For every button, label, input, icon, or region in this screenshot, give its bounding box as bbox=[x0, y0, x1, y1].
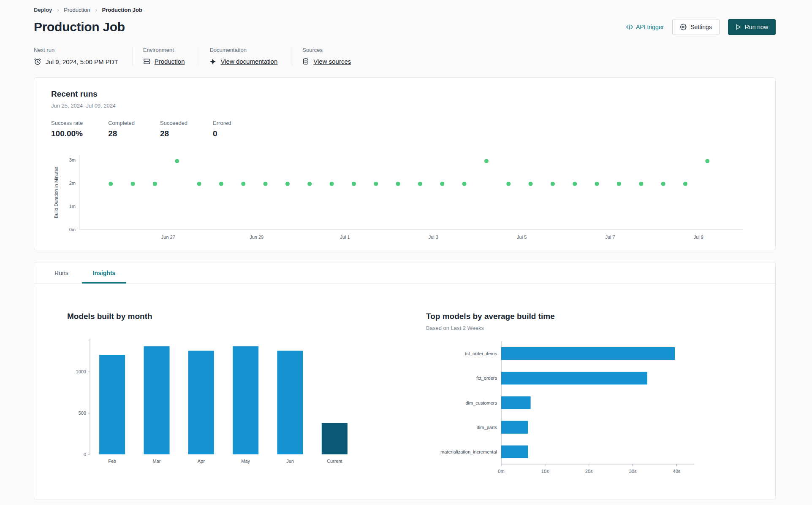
svg-text:Jun 27: Jun 27 bbox=[161, 235, 175, 240]
tab-runs[interactable]: Runs bbox=[43, 262, 79, 284]
header-actions: API trigger Settings Run now bbox=[626, 19, 776, 35]
settings-label: Settings bbox=[690, 24, 712, 30]
documentation-label: Documentation bbox=[209, 47, 277, 53]
svg-text:30s: 30s bbox=[629, 469, 637, 474]
insights-panel: Models built by month 05001000FebMarAprM… bbox=[34, 284, 775, 500]
svg-text:fct_orders: fct_orders bbox=[476, 375, 497, 381]
svg-text:Jul 5: Jul 5 bbox=[517, 235, 527, 240]
svg-text:Jul 3: Jul 3 bbox=[429, 235, 438, 240]
next-run-label: Next run bbox=[34, 47, 118, 53]
chevron-right-icon: › bbox=[57, 7, 59, 13]
next-run-value: Jul 9, 2024, 5:00 PM PDT bbox=[46, 58, 118, 65]
run-now-label: Run now bbox=[745, 24, 768, 30]
page: Deploy › Production › Production Job Pro… bbox=[0, 0, 812, 500]
breadcrumb-deploy[interactable]: Deploy bbox=[34, 7, 52, 13]
svg-text:Apr: Apr bbox=[198, 459, 205, 464]
recent-runs-title: Recent runs bbox=[51, 89, 758, 99]
stat-value: 28 bbox=[160, 129, 187, 138]
title-row: Production Job API trigger Settings Run … bbox=[34, 19, 776, 35]
breadcrumb: Deploy › Production › Production Job bbox=[34, 6, 776, 16]
svg-text:Feb: Feb bbox=[108, 459, 116, 464]
stat-success-rate: Success rate 100.00% bbox=[51, 120, 83, 138]
environment-cell: Environment Production bbox=[133, 47, 199, 65]
svg-text:Current: Current bbox=[327, 459, 342, 464]
stat-errored: Errored 0 bbox=[213, 120, 231, 138]
chevron-right-icon: › bbox=[95, 7, 97, 13]
database-icon bbox=[302, 58, 309, 65]
stat-label: Succeeded bbox=[160, 120, 187, 126]
api-trigger-label: API trigger bbox=[636, 24, 664, 30]
sources-cell: Sources View sources bbox=[292, 47, 365, 65]
clock-icon bbox=[34, 58, 41, 65]
breadcrumb-current: Production Job bbox=[102, 7, 142, 13]
build-time-title: Top models by average build time bbox=[426, 312, 713, 321]
svg-text:Jun 29: Jun 29 bbox=[250, 235, 263, 240]
svg-text:0m: 0m bbox=[69, 227, 76, 232]
svg-text:1m: 1m bbox=[69, 204, 76, 209]
page-title: Production Job bbox=[34, 20, 125, 34]
svg-text:fct_order_items: fct_order_items bbox=[465, 351, 497, 356]
settings-button[interactable]: Settings bbox=[672, 19, 720, 35]
view-sources-link[interactable]: View sources bbox=[313, 58, 351, 65]
svg-text:20s: 20s bbox=[585, 469, 593, 474]
build-time-subtitle: Based on Last 2 Weeks bbox=[426, 325, 713, 331]
svg-text:dim_customers: dim_customers bbox=[465, 400, 497, 405]
view-documentation-link[interactable]: View documentation bbox=[220, 58, 277, 65]
svg-text:dim_parts: dim_parts bbox=[477, 425, 497, 430]
stat-label: Completed bbox=[108, 120, 135, 126]
runs-insights-card: Runs Insights Models built by month 0500… bbox=[34, 262, 776, 500]
api-trigger-link[interactable]: API trigger bbox=[626, 24, 664, 30]
environment-icon bbox=[143, 58, 150, 65]
next-run-cell: Next run Jul 9, 2024, 5:00 PM PDT bbox=[34, 47, 133, 65]
stat-value: 100.00% bbox=[51, 129, 83, 138]
svg-text:Jul 1: Jul 1 bbox=[340, 235, 350, 240]
svg-text:Jul 9: Jul 9 bbox=[694, 235, 703, 240]
models-built-section: Models built by month 05001000FebMarAprM… bbox=[67, 312, 363, 483]
svg-text:May: May bbox=[241, 459, 250, 464]
svg-text:3m: 3m bbox=[69, 157, 76, 162]
svg-text:materialization_incremental: materialization_incremental bbox=[440, 449, 497, 454]
models-built-title: Models built by month bbox=[67, 312, 363, 321]
svg-text:1000: 1000 bbox=[76, 369, 86, 374]
documentation-cell: Documentation View documentation bbox=[199, 47, 292, 65]
job-info-bar: Next run Jul 9, 2024, 5:00 PM PDT Enviro… bbox=[34, 47, 776, 65]
svg-text:500: 500 bbox=[79, 410, 86, 416]
run-now-button[interactable]: Run now bbox=[728, 19, 776, 35]
svg-text:Build Duration in Minutes: Build Duration in Minutes bbox=[54, 166, 59, 218]
stat-label: Success rate bbox=[51, 120, 83, 126]
svg-text:Jun: Jun bbox=[286, 459, 294, 464]
svg-text:Jul 7: Jul 7 bbox=[605, 235, 615, 240]
svg-text:40s: 40s bbox=[673, 469, 681, 474]
svg-text:0m: 0m bbox=[498, 469, 504, 474]
svg-text:2m: 2m bbox=[69, 181, 76, 186]
build-time-section: Top models by average build time Based o… bbox=[426, 312, 713, 483]
build-duration-scatter-chart: 0m1m2m3mJun 27Jun 29Jul 1Jul 3Jul 5Jul 7… bbox=[51, 149, 758, 246]
tab-insights[interactable]: Insights bbox=[82, 262, 127, 284]
play-icon bbox=[736, 24, 741, 30]
tab-bar: Runs Insights bbox=[34, 262, 775, 284]
recent-runs-date-range: Jun 25, 2024–Jul 09, 2024 bbox=[51, 103, 758, 109]
environment-link[interactable]: Production bbox=[155, 58, 185, 65]
models-built-bar-chart: 05001000FebMarAprMayJunCurrent bbox=[67, 333, 363, 470]
svg-text:Mar: Mar bbox=[153, 459, 161, 464]
gear-icon bbox=[680, 24, 687, 30]
stat-completed: Completed 28 bbox=[108, 120, 135, 138]
stat-label: Errored bbox=[213, 120, 231, 126]
sources-label: Sources bbox=[302, 47, 351, 53]
recent-runs-stats: Success rate 100.00% Completed 28 Succee… bbox=[51, 120, 758, 138]
docs-icon bbox=[209, 58, 216, 65]
stat-value: 28 bbox=[108, 129, 135, 138]
stat-succeeded: Succeeded 28 bbox=[160, 120, 187, 138]
recent-runs-card: Recent runs Jun 25, 2024–Jul 09, 2024 Su… bbox=[34, 77, 776, 250]
svg-text:0: 0 bbox=[84, 452, 86, 457]
stat-value: 0 bbox=[213, 129, 231, 138]
breadcrumb-production[interactable]: Production bbox=[64, 7, 90, 13]
environment-label: Environment bbox=[143, 47, 185, 53]
svg-text:10s: 10s bbox=[541, 469, 549, 474]
code-icon bbox=[626, 24, 633, 30]
build-time-hbar-chart: 0m10s20s30s40sfct_order_itemsfct_ordersd… bbox=[426, 335, 713, 483]
